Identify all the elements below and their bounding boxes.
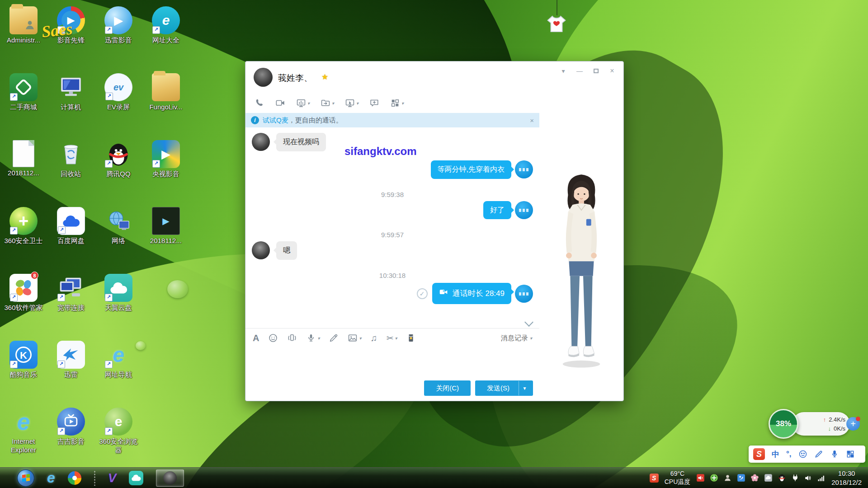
speaker-icon[interactable] xyxy=(804,474,812,482)
download-speed: 0K/s xyxy=(834,425,845,432)
pink-flower-icon[interactable] xyxy=(750,474,759,482)
desktop-icon-kuandai-lianjie[interactable]: 宽带连接 xyxy=(48,274,94,312)
apps-icon[interactable]: ▾ xyxy=(390,98,404,108)
maximize-button[interactable] xyxy=(589,66,603,76)
gray-person-icon[interactable] xyxy=(723,474,732,482)
desktop-icon-wangzhi-daquan[interactable]: e网址大全 xyxy=(143,6,189,45)
lang-zh-icon[interactable]: 中 xyxy=(772,449,779,460)
memory-ball[interactable]: 38% xyxy=(769,409,798,439)
font-icon[interactable]: A xyxy=(253,333,259,343)
peer-avatar-large[interactable] xyxy=(254,68,273,87)
scroll-to-bottom-icon[interactable] xyxy=(524,318,533,327)
message-outgoing: 好了 xyxy=(252,201,533,220)
desktop-icon-tianyi-yunpan[interactable]: 天翼云盘 xyxy=(96,274,141,312)
send-file-icon[interactable]: ▾ xyxy=(321,98,334,108)
desktop-icon-tengxun-qq[interactable]: 腾讯QQ xyxy=(96,140,141,178)
ime-toolbox-icon[interactable] xyxy=(846,450,855,459)
huishouzhan-icon xyxy=(57,140,85,168)
notice-bar: i 试试Q麦 ，更自由的通话。 × xyxy=(245,113,539,127)
red-megaphone-icon[interactable] xyxy=(696,474,705,482)
desktop-icon-anquan-weishi[interactable]: +360安全卫士 xyxy=(1,207,46,245)
desktop-icon-baidu-wangpan[interactable]: 百度网盘 xyxy=(48,207,94,245)
desktop-icon-administrator[interactable]: Administr... xyxy=(1,6,46,45)
titlebar[interactable]: 莪姓李、 ★ ▾ — × xyxy=(245,61,623,93)
self-avatar[interactable] xyxy=(515,285,533,303)
taskbar-clock[interactable]: 10:30 2018/12/2 xyxy=(831,469,863,487)
desktop-icon-ershou-shangcheng[interactable]: 二手商城 xyxy=(1,73,46,112)
desktop-icon-yingyin-xianfeng[interactable]: ▶影音先锋 xyxy=(48,6,94,45)
taskbar-active-chat-button[interactable] xyxy=(156,469,184,487)
send-options-icon[interactable]: ▼ xyxy=(519,381,530,395)
skin-dropdown-icon[interactable]: ▾ xyxy=(557,66,570,76)
ime-pencil-icon[interactable] xyxy=(814,450,823,459)
desktop-icon-internet-explorer[interactable]: eInternet Explorer xyxy=(1,408,46,455)
voice-icon[interactable]: ▾ xyxy=(306,333,320,343)
handwrite-icon[interactable] xyxy=(329,333,339,343)
close-button[interactable]: 关闭(C) xyxy=(424,380,471,396)
desktop-icon-wangzhi-daohang[interactable]: e网址导航 xyxy=(96,341,141,379)
taskbar-sogou-browser-icon[interactable] xyxy=(68,471,81,485)
send-button[interactable]: 发送(S) ▼ xyxy=(475,380,533,396)
signal-bars-icon[interactable] xyxy=(817,474,826,482)
gray-cloud-icon[interactable] xyxy=(764,474,773,482)
screenshot-icon[interactable]: ✂▾ xyxy=(387,333,397,343)
sogou-logo-icon[interactable]: S xyxy=(753,448,765,460)
desktop-icon-huishouzhan[interactable]: 回收站 xyxy=(48,140,94,178)
desktop-icon-fungoliv[interactable]: FungoLiv... xyxy=(143,73,189,112)
desktop-icon-anquan-liulanqi[interactable]: e360安全浏览器 xyxy=(96,408,141,455)
notice-close-icon[interactable]: × xyxy=(530,117,534,124)
power-plug-icon[interactable] xyxy=(791,474,799,482)
qmai-link[interactable]: 试试Q麦 xyxy=(263,116,288,125)
taskbar-ie-icon[interactable]: e xyxy=(47,469,55,486)
desktop-icon-doc-2018112[interactable]: 2018112... xyxy=(1,140,46,178)
desktop-icon-jisuanji[interactable]: 计算机 xyxy=(48,73,94,112)
image-icon[interactable]: ▾ xyxy=(348,333,361,343)
accelerate-plus-button[interactable]: + xyxy=(846,417,860,431)
desktop-icon-wangluo[interactable]: 网络 xyxy=(96,207,141,245)
ime-mic-icon[interactable] xyxy=(830,450,839,459)
desktop-icon-label: 360安全卫士 xyxy=(1,237,46,245)
emoticon-icon[interactable] xyxy=(268,333,278,343)
message-input[interactable] xyxy=(252,347,533,373)
close-window-button[interactable]: × xyxy=(605,66,619,76)
self-avatar[interactable] xyxy=(515,160,533,178)
blue-app-icon[interactable] xyxy=(737,474,745,482)
peer-avatar[interactable] xyxy=(252,241,270,259)
yangshi-yingyin-icon: ▶ xyxy=(152,140,180,168)
ime-emoji-icon[interactable] xyxy=(798,450,807,459)
call-record-bubble[interactable]: 通话时长 28:49 xyxy=(432,283,511,304)
desktop-icon-xunlei[interactable]: 迅雷 xyxy=(48,341,94,379)
taskbar-vplayer-icon[interactable]: V xyxy=(108,471,117,485)
qq-penguin-icon[interactable] xyxy=(778,474,786,482)
clock-time: 10:30 xyxy=(831,469,862,478)
desktop-icon-ruanjian-guanjia[interactable]: 8360软件管家 xyxy=(1,274,46,312)
desktop-icon-yangshi-yingyin[interactable]: ▶央视影音 xyxy=(143,140,189,178)
tray-icons xyxy=(696,474,826,482)
desktop-icon-video-2018112[interactable]: ▶2018112... xyxy=(143,207,189,245)
start-button[interactable] xyxy=(17,469,34,487)
remote-desktop-icon[interactable]: ▾ xyxy=(345,98,359,108)
send-label[interactable]: 发送(S) xyxy=(478,384,519,393)
info-icon: i xyxy=(251,116,259,124)
voice-call-icon[interactable] xyxy=(255,98,264,108)
red-packet-icon[interactable] xyxy=(406,333,416,343)
taskbar-cloud-app-icon[interactable] xyxy=(129,471,143,485)
desktop-icon-jiji-yingyin[interactable]: 吉吉影音 xyxy=(48,408,94,446)
desktop-icon-xunlei-yingyin[interactable]: ▶迅雷影音 xyxy=(96,6,141,45)
green-360-icon[interactable] xyxy=(710,474,718,482)
minimize-button[interactable]: — xyxy=(573,66,586,76)
music-icon[interactable]: ♫ xyxy=(371,333,377,343)
desktop-icon-ev-luping[interactable]: evEV录屏 xyxy=(96,73,141,112)
video-watermark: sifangktv.com xyxy=(344,145,417,158)
message-history-button[interactable]: 消息记录▾ xyxy=(501,334,532,343)
call-record-row: ✓通话时长 28:49 xyxy=(252,283,533,304)
punctuation-icon[interactable]: °, xyxy=(786,450,792,459)
video-call-icon[interactable] xyxy=(275,98,285,108)
screen-share-icon[interactable]: ▾ xyxy=(296,98,310,108)
sogou-tray-icon[interactable]: S xyxy=(650,474,659,483)
invite-plus-icon[interactable] xyxy=(369,98,379,108)
self-avatar[interactable] xyxy=(515,201,533,219)
desktop-icon-kugou-yinyue[interactable]: K酷狗音乐 xyxy=(1,341,46,379)
shake-icon[interactable] xyxy=(287,333,297,343)
peer-avatar[interactable] xyxy=(252,133,270,151)
